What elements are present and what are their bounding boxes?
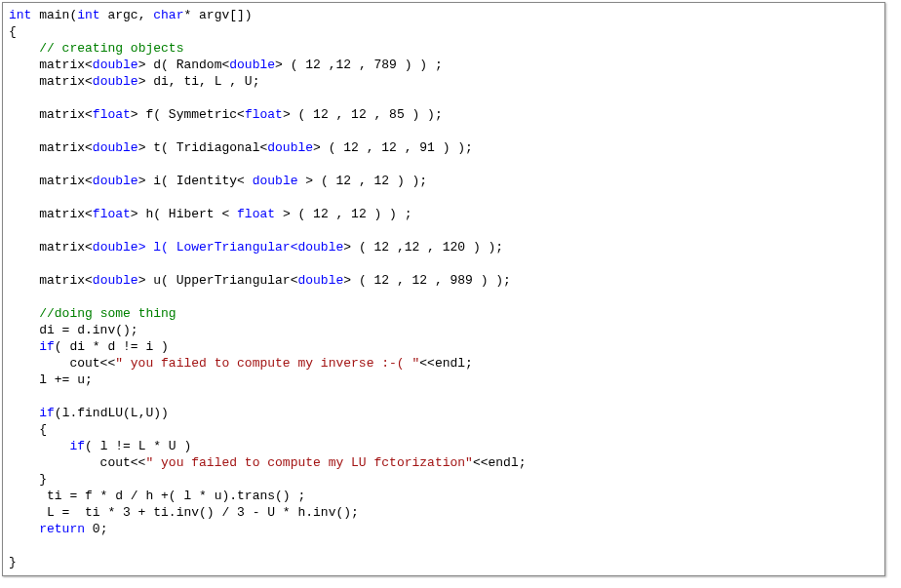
- code-text: > ( 12 ,12 , 789 ) ) ;: [275, 58, 443, 72]
- keyword-int: int: [77, 8, 99, 22]
- code-text: > ( 12 , 12 , 91 ) );: [313, 140, 473, 155]
- code-text: > h( Hibert <: [131, 207, 237, 221]
- keyword-double: double: [93, 58, 138, 72]
- keyword-double: double: [297, 240, 343, 255]
- code-text: > ( 12 ,12 , 120 ) );: [343, 240, 503, 255]
- code-text: matrix<: [9, 74, 93, 89]
- code-text: [9, 41, 39, 56]
- code-line: if(l.findLU(L,U)): [9, 405, 879, 421]
- keyword-double: double: [93, 140, 138, 155]
- keyword-float: float: [245, 107, 283, 122]
- code-text: matrix<: [9, 58, 93, 72]
- code-text: > t( Tridiagonal<: [138, 140, 268, 155]
- code-text: > u( UpperTriangular<: [138, 273, 298, 288]
- code-line: [9, 189, 879, 206]
- keyword-double: double: [93, 273, 138, 288]
- comment: // creating objects: [39, 41, 183, 56]
- code-text: [9, 406, 39, 420]
- code-text: <<endl;: [419, 356, 473, 371]
- code-line: // creating objects: [9, 40, 879, 57]
- code-line: L = ti * 3 + ti.inv() / 3 - U * h.inv();: [9, 504, 879, 521]
- code-text: argc,: [100, 8, 154, 22]
- code-line: matrix<double> d( Random<double> ( 12 ,1…: [9, 57, 879, 73]
- keyword-return: return: [39, 522, 85, 536]
- code-text: > ( 12 , 12 , 85 ) );: [283, 107, 443, 122]
- code-line: [9, 537, 879, 554]
- keyword-float: float: [93, 107, 131, 122]
- code-line: [9, 90, 879, 106]
- code-line: return 0;: [9, 521, 879, 537]
- code-text: ( di * d != i ): [55, 339, 169, 354]
- keyword-double: double: [297, 273, 343, 288]
- code-text: ( l != L * U ): [85, 439, 191, 453]
- code-line: matrix<float> f( Symmetric<float> ( 12 ,…: [9, 106, 879, 123]
- code-text: > ( 12 , 12 , 989 ) );: [343, 273, 511, 288]
- keyword-double: double: [229, 58, 275, 72]
- code-line: di = d.inv();: [9, 322, 879, 338]
- code-line: matrix<double> i( Identity< double > ( 1…: [9, 173, 879, 189]
- code-line: matrix<float> h( Hibert < float > ( 12 ,…: [9, 206, 879, 222]
- keyword-double: double: [267, 140, 313, 155]
- code-text: matrix<: [9, 240, 93, 255]
- code-line: //doing some thing: [9, 305, 879, 322]
- keyword-char: char: [153, 8, 183, 22]
- code-line: {: [9, 23, 879, 40]
- code-text: > ( 12 , 12 ) );: [297, 174, 427, 188]
- code-text: > l( LowerTriangular<: [138, 240, 298, 255]
- code-line: matrix<double> l( LowerTriangular<double…: [9, 239, 879, 255]
- keyword-int: int: [9, 8, 31, 22]
- code-line: cout<<" you failed to compute my LU fcto…: [9, 454, 879, 471]
- code-line: }: [9, 554, 879, 570]
- code-line: ti = f * d / h +( l * u).trans() ;: [9, 488, 879, 504]
- code-text: cout<<: [9, 455, 145, 470]
- code-line: matrix<double> di, ti, L , U;: [9, 73, 879, 90]
- code-line: [9, 222, 879, 239]
- code-line: [9, 388, 879, 405]
- code-line: [9, 123, 879, 139]
- code-text: > ( 12 , 12 ) ) ;: [275, 207, 411, 221]
- keyword-if: if: [39, 406, 55, 420]
- code-line: [9, 255, 879, 272]
- keyword-float: float: [237, 207, 275, 221]
- code-text: <<endl;: [473, 455, 527, 470]
- code-text: > d( Random<: [138, 58, 230, 72]
- code-text: * argv[]): [183, 8, 252, 22]
- code-line: l += u;: [9, 372, 879, 388]
- code-text: > di, ti, L , U;: [138, 74, 260, 89]
- code-line: [9, 289, 879, 305]
- comment: //doing some thing: [39, 306, 176, 321]
- keyword-if: if: [39, 339, 55, 354]
- code-text: [9, 306, 39, 321]
- string-literal: " you failed to compute my inverse :-( ": [115, 356, 419, 371]
- keyword-float: float: [93, 207, 131, 221]
- code-line: matrix<double> u( UpperTriangular<double…: [9, 272, 879, 289]
- code-line: cout<<" you failed to compute my inverse…: [9, 355, 879, 372]
- code-text: main(: [31, 8, 77, 22]
- keyword-if: if: [69, 439, 85, 453]
- code-block: int main(int argc, char* argv[]) { // cr…: [2, 2, 885, 576]
- code-text: [9, 339, 39, 354]
- code-text: [9, 522, 39, 536]
- code-text: 0;: [85, 522, 107, 536]
- code-text: [9, 439, 69, 453]
- code-text: matrix<: [9, 107, 93, 122]
- code-text: (l.findLU(L,U)): [55, 406, 169, 420]
- code-text: matrix<: [9, 207, 93, 221]
- code-line: if( di * d != i ): [9, 338, 879, 355]
- code-text: cout<<: [9, 356, 115, 371]
- code-text: matrix<: [9, 140, 93, 155]
- keyword-double: double: [93, 174, 138, 188]
- code-text: > i( Identity<: [138, 174, 253, 188]
- keyword-double: double: [93, 74, 138, 89]
- keyword-double: double: [253, 174, 298, 188]
- code-line: {: [9, 421, 879, 438]
- code-line: int main(int argc, char* argv[]): [9, 7, 879, 23]
- code-text: matrix<: [9, 273, 93, 288]
- code-line: }: [9, 471, 879, 488]
- string-literal: " you failed to compute my LU fctorizati…: [145, 455, 472, 470]
- keyword-double: double: [93, 240, 138, 255]
- code-text: matrix<: [9, 174, 93, 188]
- code-line: [9, 156, 879, 173]
- code-line: if( l != L * U ): [9, 438, 879, 454]
- code-line: matrix<double> t( Tridiagonal<double> ( …: [9, 139, 879, 156]
